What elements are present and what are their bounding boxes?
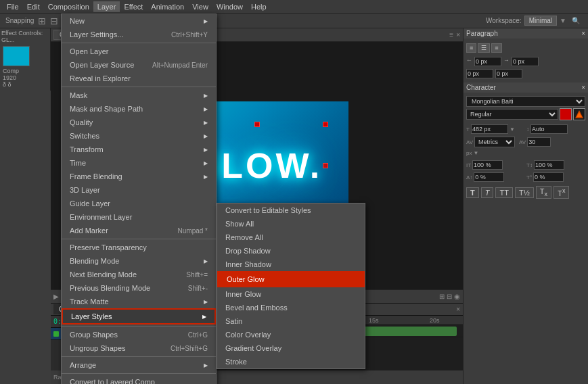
frac-btn[interactable]: T½ [515, 187, 534, 198]
submenu-show-all[interactable]: Show All [217, 217, 365, 231]
align-center-btn[interactable]: ☰ [478, 43, 490, 53]
menu-time[interactable]: Time [62, 156, 216, 170]
panel-menu-icon[interactable]: × [456, 31, 460, 39]
menu-composition[interactable]: Composition [44, 1, 93, 12]
menu-layer-styles[interactable]: Layer Styles [62, 308, 216, 325]
menu-prev-blending[interactable]: Previous Blending ModeShift+- [62, 281, 216, 295]
snapping-icon[interactable]: ⊞ [38, 16, 46, 26]
right-panel: Paragraph × ≡ ☰ ≡ ← → Character × Mongol… [463, 28, 588, 384]
submenu-remove-all[interactable]: Remove All [217, 231, 365, 244]
kerning-select[interactable]: Metrics [474, 137, 515, 147]
menu-transform[interactable]: Transform [62, 143, 216, 156]
align-right-btn[interactable]: ≡ [491, 43, 501, 53]
handle-tr[interactable] [323, 122, 328, 127]
submenu-drop-shadow[interactable]: Drop Shadow [217, 244, 365, 258]
menu-help[interactable]: Help [247, 1, 271, 12]
timeline-close-icon[interactable]: × [456, 306, 460, 313]
menu-reveal-explorer[interactable]: Reveal in Explorer [62, 72, 216, 85]
snap-options-icon[interactable]: ⊟ [50, 16, 58, 26]
menu-frame-blending[interactable]: Frame Blending [62, 170, 216, 183]
menu-animation[interactable]: Animation [147, 1, 188, 12]
handle-mr[interactable] [323, 163, 328, 168]
menu-layer-new[interactable]: New [62, 14, 216, 28]
time-marker-20: 20s [430, 317, 440, 324]
menu-file[interactable]: File [3, 1, 23, 12]
indent-right-input[interactable] [512, 57, 539, 66]
character-close-icon[interactable]: × [581, 84, 585, 91]
text-color-swatch[interactable] [560, 108, 572, 120]
menu-edit[interactable]: Edit [23, 1, 44, 12]
handle-tc[interactable] [254, 122, 260, 127]
workspace-arrow[interactable]: ▼ [560, 17, 566, 24]
layer-context-menu: New Layer Settings...Ctrl+Shift+Y Open L… [61, 14, 217, 384]
h-scale-field: px ▼ [466, 150, 525, 156]
paragraph-close-icon[interactable]: × [581, 30, 585, 37]
submenu-inner-shadow[interactable]: Inner Shadow [217, 258, 365, 271]
sep-1 [62, 43, 216, 43]
tsf-input[interactable] [533, 172, 564, 182]
menu-quality[interactable]: Quality [62, 116, 216, 129]
paragraph-indent-row: ← → [463, 55, 588, 68]
menu-ungroup-shapes[interactable]: Ungroup ShapesCtrl+Shift+G [62, 341, 216, 355]
indent-left-input[interactable] [474, 57, 501, 66]
menu-window[interactable]: Window [212, 1, 247, 12]
kerning-label: AV [466, 139, 473, 145]
font-size-unit: ▼ [510, 126, 515, 133]
menu-group-shapes[interactable]: Group ShapesCtrl+G [62, 328, 216, 341]
view-options-icons[interactable]: ⊞ ⊟ ◉ [439, 293, 460, 300]
menu-layer-settings[interactable]: Layer Settings...Ctrl+Shift+Y [62, 28, 216, 41]
submenu-outer-glow[interactable]: Outer Glow [217, 271, 365, 287]
menu-add-marker[interactable]: Add MarkerNumpad * [62, 224, 216, 237]
space-after-input[interactable] [495, 69, 522, 78]
leading-label: ↕ [526, 126, 529, 133]
bold-btn[interactable]: T [466, 187, 479, 198]
menu-convert-layered[interactable]: Convert to Layered Comp [62, 375, 216, 384]
font-style-select[interactable]: Regular [466, 109, 558, 120]
menu-track-matte[interactable]: Track Matte [62, 295, 216, 308]
font-size-field: T ▼ [466, 124, 525, 134]
effect-controls-panel: Effect Controls: GL... Comp 1920 δ δ [0, 28, 51, 91]
leading-input[interactable] [530, 124, 568, 134]
menu-mask[interactable]: Mask [62, 89, 216, 102]
menu-arrange[interactable]: Arrange [62, 358, 216, 372]
menu-env-layer[interactable]: Environment Layer [62, 210, 216, 224]
submenu-stroke[interactable]: Stroke [217, 355, 365, 368]
menu-mask-shape[interactable]: Mask and Shape Path [62, 102, 216, 116]
tracking-input[interactable] [527, 137, 551, 147]
text-style-row: T T TT T½ Tx Tx [463, 183, 588, 201]
submenu-color-overlay[interactable]: Color Overlay [217, 328, 365, 341]
color-picker-icon[interactable] [573, 108, 585, 120]
tt-btn[interactable]: TT [495, 187, 512, 198]
menu-open-layer[interactable]: Open Layer [62, 45, 216, 58]
paragraph-panel-title: Paragraph × [463, 28, 588, 39]
submenu-convert-editable[interactable]: Convert to Editable Styles [217, 203, 365, 217]
menu-blending-mode[interactable]: Blending Mode [62, 254, 216, 268]
space-before-input[interactable] [466, 69, 493, 78]
search-icon[interactable]: 🔍 [569, 17, 583, 24]
playback-icon[interactable]: ▶ [53, 293, 59, 300]
menu-effect[interactable]: Effect [120, 1, 147, 12]
submenu-satin[interactable]: Satin [217, 314, 365, 328]
menu-open-source[interactable]: Open Layer SourceAlt+Numpad Enter [62, 58, 216, 72]
menu-guide-layer[interactable]: Guide Layer [62, 197, 216, 210]
t-super-btn[interactable]: Tx [553, 186, 569, 199]
menu-3d-layer[interactable]: 3D Layer [62, 183, 216, 197]
t-sub-btn[interactable]: Tx [536, 186, 551, 199]
v-scale-input[interactable] [472, 160, 503, 170]
submenu-inner-glow[interactable]: Inner Glow [217, 287, 365, 301]
workspace-selector[interactable]: Minimal [524, 16, 557, 26]
h-scale-input[interactable] [534, 160, 564, 170]
submenu-bevel-emboss[interactable]: Bevel and Emboss [217, 301, 365, 314]
align-left-btn[interactable]: ≡ [466, 43, 476, 53]
italic-btn[interactable]: T [481, 187, 494, 198]
menu-view[interactable]: View [188, 1, 212, 12]
font-family-select[interactable]: Mongolian Baiti [466, 96, 585, 107]
close-panel-icon[interactable]: ≡ [449, 31, 453, 39]
font-size-input[interactable] [471, 124, 508, 134]
menu-preserve-transparency[interactable]: Preserve Transparency [62, 241, 216, 254]
menu-next-blending[interactable]: Next Blending ModeShift+= [62, 268, 216, 281]
menu-layer[interactable]: Layer [93, 1, 120, 12]
menu-switches[interactable]: Switches [62, 129, 216, 143]
baseline-input[interactable] [474, 172, 504, 182]
submenu-gradient-overlay[interactable]: Gradient Overlay [217, 341, 365, 355]
